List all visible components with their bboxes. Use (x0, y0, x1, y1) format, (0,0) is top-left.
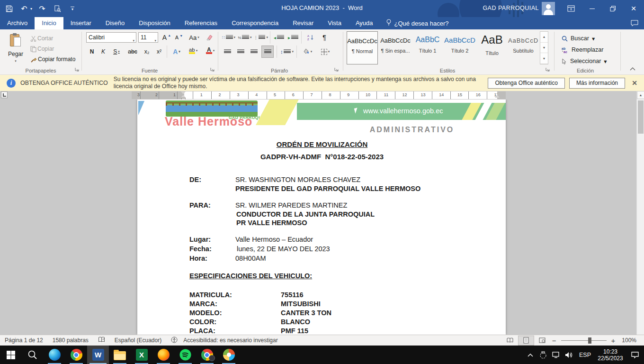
style-titulo[interactable]: AaBTítulo (476, 31, 508, 64)
clear-formatting-button[interactable] (204, 32, 214, 43)
superscript-button[interactable]: x² (153, 46, 165, 57)
taskbar-search-icon[interactable] (22, 346, 44, 364)
bullet-list-button[interactable]: ∷▾ (222, 32, 236, 43)
tab-diseno[interactable]: Diseño (98, 17, 132, 29)
paragraph-dialog-launcher[interactable] (334, 66, 339, 73)
zoom-slider[interactable] (561, 336, 607, 346)
taskbar-chrome-icon[interactable] (65, 346, 87, 364)
taskbar-firefox-icon[interactable] (152, 346, 174, 364)
collapse-ribbon-icon[interactable] (630, 66, 635, 72)
read-mode-icon[interactable] (502, 336, 518, 346)
more-info-button[interactable]: Más información (569, 78, 625, 89)
italic-button[interactable]: K (98, 46, 108, 57)
redo-button[interactable]: ↷ (37, 3, 47, 14)
save-icon[interactable] (4, 3, 14, 14)
get-genuine-office-button[interactable]: Obtenga Office auténtico (488, 78, 565, 89)
action-center-icon[interactable] (626, 346, 644, 364)
volume-icon[interactable] (563, 346, 575, 364)
print-preview-icon[interactable] (52, 3, 63, 14)
format-painter-button[interactable]: Copiar formato (30, 54, 75, 64)
zoom-level[interactable]: 100% (617, 337, 644, 344)
change-case-button[interactable]: Aa▾ (187, 32, 202, 43)
ribbon-display-options-icon[interactable] (561, 0, 581, 17)
styles-scrollbar[interactable]: ▲▼▼ (540, 31, 548, 64)
tab-revisar[interactable]: Revisar (286, 17, 321, 29)
replace-button[interactable]: abac Reemplazar (562, 45, 603, 55)
subscript-button[interactable]: x₂ (141, 46, 152, 57)
scrollbar-thumb[interactable] (638, 100, 644, 134)
style-subtitulo[interactable]: AaBbCcDSubtítulo (508, 31, 539, 64)
tab-referencias[interactable]: Referencias (178, 17, 224, 29)
restore-button[interactable] (602, 0, 623, 17)
strikethrough-button[interactable]: abc (126, 46, 139, 57)
show-paragraph-marks-button[interactable]: ¶ (319, 32, 330, 43)
tab-inicio[interactable]: Inicio (35, 17, 63, 29)
sort-button[interactable]: AZ (304, 32, 317, 43)
undo-dropdown-icon[interactable]: ▾ (30, 7, 32, 11)
account-avatar[interactable] (542, 2, 555, 15)
scroll-up-icon[interactable]: ▲ (637, 91, 644, 99)
font-size-combobox[interactable]: 11▾ (138, 32, 158, 43)
tab-ayuda[interactable]: Ayuda (349, 17, 380, 29)
taskbar-spotify-icon[interactable] (174, 346, 196, 364)
ruler-band[interactable]: 321 1234567891011121314151617 (132, 91, 506, 99)
style-titulo-1[interactable]: AaBbCTítulo 1 (412, 31, 443, 64)
taskbar-word-icon[interactable]: W (87, 346, 109, 364)
word-count[interactable]: 1580 palabras (48, 337, 93, 344)
tab-vista[interactable]: Vista (321, 17, 349, 29)
font-family-combobox[interactable]: Calibri▾ (86, 32, 136, 43)
print-layout-icon[interactable] (518, 336, 534, 346)
zoom-in-icon[interactable]: + (609, 337, 617, 345)
borders-button[interactable]: ▾ (317, 46, 333, 57)
tab-disposicion[interactable]: Disposición (132, 17, 177, 29)
font-dialog-launcher[interactable] (210, 66, 215, 73)
tab-insertar[interactable]: Insertar (63, 17, 98, 29)
taskbar-edge-icon[interactable] (44, 346, 65, 364)
zoom-slider-thumb[interactable] (588, 337, 591, 344)
start-button[interactable] (0, 346, 22, 364)
multilevel-list-button[interactable]: ⋮▾ (254, 32, 268, 43)
first-line-indent-marker[interactable] (181, 91, 186, 94)
account-name[interactable]: GAD PARROQUIAL (483, 5, 539, 11)
clock[interactable]: 10:23 22/5/2023 (595, 348, 626, 362)
font-color-button[interactable]: A▾ (203, 46, 218, 56)
copy-button[interactable]: Copiar (30, 44, 54, 54)
taskbar-excel-icon[interactable]: X (131, 346, 152, 364)
taskbar-paint-icon[interactable] (218, 346, 240, 364)
proofing-icon[interactable] (93, 337, 110, 344)
web-layout-icon[interactable] (534, 336, 550, 346)
close-button[interactable]: × (623, 0, 644, 17)
document-canvas[interactable]: Valle Hermoso GAD PARROQUIAL www.vallehe… (0, 100, 636, 335)
style-normal[interactable]: AaBbCcDc¶ Normal (347, 31, 378, 64)
text-effects-button[interactable]: A▾ (170, 46, 184, 57)
styles-dialog-launcher[interactable] (546, 66, 550, 73)
accessibility-status[interactable]: Accesibilidad: es necesario investigar (179, 337, 282, 344)
grow-font-button[interactable]: A▲ (161, 32, 172, 43)
style-titulo-2[interactable]: AaBbCcDTítulo 2 (444, 31, 475, 64)
decrease-indent-button[interactable]: ◂ (273, 32, 285, 43)
tab-correspondencia[interactable]: Correspondencia (224, 17, 286, 29)
shading-button[interactable]: ▾ (299, 46, 315, 57)
align-left-button[interactable] (222, 46, 233, 57)
undo-button[interactable]: ↶ (19, 3, 29, 14)
align-center-button[interactable] (235, 46, 246, 57)
cut-button[interactable]: Cortar (30, 33, 53, 44)
vertical-scrollbar[interactable]: ▲ (636, 91, 644, 335)
hidden-icons-chevron[interactable] (524, 346, 537, 364)
right-indent-marker[interactable] (495, 95, 500, 98)
underline-button[interactable]: S▾ (110, 46, 123, 57)
taskbar-file-explorer-icon[interactable] (109, 346, 131, 364)
comments-icon[interactable] (625, 17, 644, 29)
tab-selector[interactable] (1, 91, 8, 98)
bold-button[interactable]: N (87, 46, 97, 57)
tell-me-box[interactable]: ¿Qué desea hacer? (380, 17, 455, 29)
input-language[interactable]: ESP (575, 346, 595, 364)
justify-button[interactable] (261, 46, 274, 58)
tab-archivo[interactable]: Archivo (0, 17, 35, 29)
taskbar-chrome-profile-icon[interactable] (196, 346, 218, 364)
text-highlight-button[interactable]: ab▾ (186, 46, 201, 56)
clipboard-dialog-launcher[interactable] (75, 66, 79, 73)
find-button[interactable]: Buscar▾ (562, 33, 595, 44)
language-indicator[interactable]: Español (Ecuador) (110, 337, 166, 344)
minimize-button[interactable] (581, 0, 602, 17)
